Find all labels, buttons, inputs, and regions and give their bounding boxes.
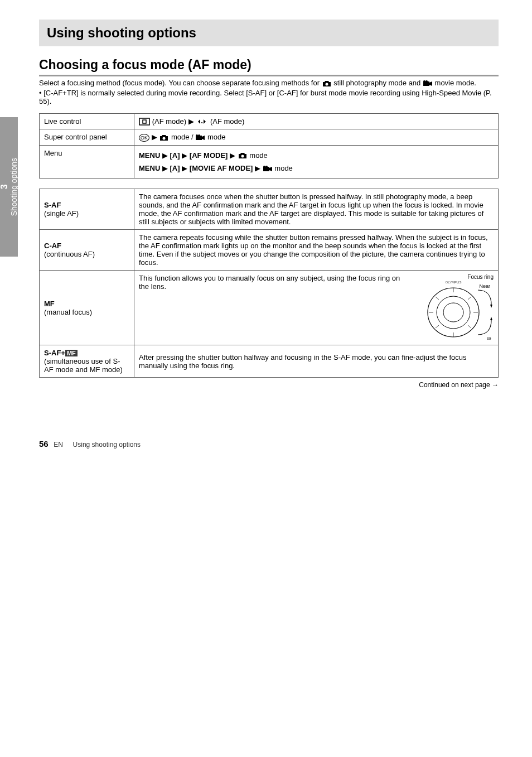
menu-kw: MENU xyxy=(139,151,160,160)
svg-point-14 xyxy=(263,166,265,168)
nav-row-menu-label: Menu xyxy=(40,145,134,179)
svg-point-16 xyxy=(428,288,479,337)
camera-icon xyxy=(322,80,332,88)
svg-marker-27 xyxy=(490,305,492,308)
arrow-icon: ▶ xyxy=(182,151,190,160)
arrow-icon: ▶ xyxy=(162,164,170,172)
nav-row-live-label: Live control xyxy=(40,113,134,129)
arrow-icon: ▶ xyxy=(230,151,238,160)
page-number: 56 xyxy=(39,439,49,449)
lens-near-label: Near xyxy=(479,283,490,289)
nav-row-menu-val: MENU ▶ [A] ▶ [AF MODE] ▶ mode MENU ▶ [A]… xyxy=(134,145,499,179)
menu-mode2: mode xyxy=(274,164,293,172)
svg-line-25 xyxy=(436,325,439,328)
svg-rect-4 xyxy=(139,118,149,125)
svg-point-18 xyxy=(443,303,463,322)
menu-mode1: mode xyxy=(249,151,268,160)
section-sub-still: still photography mode and xyxy=(333,79,423,87)
movie-icon xyxy=(195,134,205,142)
nav-live-note: (AF mode) xyxy=(152,117,186,126)
af-safmf-name: S-AF+MF xyxy=(44,349,78,357)
af-mf-name: MF xyxy=(44,300,55,308)
movie-icon xyxy=(423,80,433,88)
footer-section: Using shooting options xyxy=(73,441,141,449)
af-saf-sub: (single AF) xyxy=(44,209,79,218)
nav-live-tail: (AF mode) xyxy=(210,117,244,126)
section-sub-prefix: Select a focusing method (focus mode). Y… xyxy=(39,79,322,87)
side-tab: 3 Shooting options xyxy=(0,117,18,257)
af-mf-body: This function allows you to manually foc… xyxy=(139,274,400,291)
af-caf-sub: (continuous AF) xyxy=(44,250,95,258)
movie-icon xyxy=(263,165,273,173)
af-mf-sub: (manual focus) xyxy=(44,308,92,316)
arrow-icon: ▶ xyxy=(162,151,170,160)
nav-scp-text: mode / xyxy=(171,133,195,141)
section-subtitle: Select a focusing method (focus mode). Y… xyxy=(39,79,499,105)
svg-point-17 xyxy=(437,296,470,329)
af-row-mf-label: MF (manual focus) xyxy=(40,271,134,345)
ok-icon: OK xyxy=(139,134,149,142)
section-title: Choosing a focus mode (AF mode) xyxy=(39,57,499,76)
mf-badge: MF xyxy=(65,350,78,356)
arrow-icon: ▶ xyxy=(255,164,263,172)
nav-row-scp-val: OK ▶ mode / mode xyxy=(134,129,499,146)
menu-kw2: MENU xyxy=(139,164,160,172)
af-row-saf-label: S-AF (single AF) xyxy=(40,189,134,230)
nav-row-scp-label: Super control panel xyxy=(40,129,134,146)
continued-note: Continued on next page → xyxy=(39,381,499,389)
svg-line-24 xyxy=(468,297,471,300)
svg-point-8 xyxy=(163,137,166,139)
svg-point-2 xyxy=(423,80,425,83)
lens-illustration: Near ∞ OLYMPUS xyxy=(415,280,494,341)
svg-rect-5 xyxy=(143,120,146,123)
arrow-icon: ▶ xyxy=(188,117,196,126)
af-row-safmf-label: S-AF+MF (simultaneous use of S-AF mode a… xyxy=(40,345,134,378)
svg-point-15 xyxy=(265,166,268,168)
focus-ring-figure: Focus ring xyxy=(415,274,494,341)
arrow-icon: ▶ xyxy=(152,133,159,141)
focus-ring-label: Focus ring xyxy=(415,274,494,280)
af-row-saf-desc: The camera focuses once when the shutter… xyxy=(134,189,499,230)
nav-scp-text2: mode xyxy=(207,133,226,141)
lens-inf-label: ∞ xyxy=(487,335,491,341)
af-row-caf-desc: The camera repeats focusing while the sh… xyxy=(134,230,499,271)
af-target-icon xyxy=(139,118,150,126)
section-sub-m2: • [C-AF+TR] is normally selected during … xyxy=(39,89,499,105)
svg-point-3 xyxy=(425,80,428,83)
section-sub-m1: movie mode. xyxy=(435,79,476,87)
svg-line-26 xyxy=(468,325,471,328)
camera-icon xyxy=(238,152,248,160)
af-saf-name: S-AF xyxy=(44,201,61,209)
af-safmf-sub: (simultaneous use of S-AF mode and MF mo… xyxy=(44,357,123,374)
side-tab-number: 3 xyxy=(0,185,9,190)
svg-line-23 xyxy=(436,297,439,300)
svg-point-0 xyxy=(325,83,328,85)
arrow-icon: ▶ xyxy=(182,164,190,172)
dpad-icon xyxy=(196,118,208,126)
svg-marker-6 xyxy=(198,119,200,124)
af-row-caf-label: C-AF (continuous AF) xyxy=(40,230,134,271)
svg-marker-7 xyxy=(204,119,206,124)
af-modes-table: S-AF (single AF) The camera focuses once… xyxy=(39,189,499,378)
af-row-safmf-desc: After pressing the shutter button halfwa… xyxy=(134,345,499,378)
af-row-mf-desc: Focus ring xyxy=(134,271,499,345)
svg-point-11 xyxy=(198,134,200,137)
page-header: Using shooting options xyxy=(39,20,499,46)
svg-text:OLYMPUS: OLYMPUS xyxy=(446,281,462,284)
nav-table: Live control (AF mode) ▶ (AF mode) Super… xyxy=(39,113,499,179)
footer-lang: EN xyxy=(54,441,63,449)
side-tab-label: Shooting options xyxy=(9,158,18,216)
nav-row-live-val: (AF mode) ▶ (AF mode) xyxy=(134,113,499,129)
svg-marker-28 xyxy=(490,317,492,320)
camera-icon xyxy=(159,134,169,142)
svg-point-12 xyxy=(241,155,244,158)
af-caf-name: C-AF xyxy=(44,242,61,250)
svg-point-10 xyxy=(196,134,198,137)
